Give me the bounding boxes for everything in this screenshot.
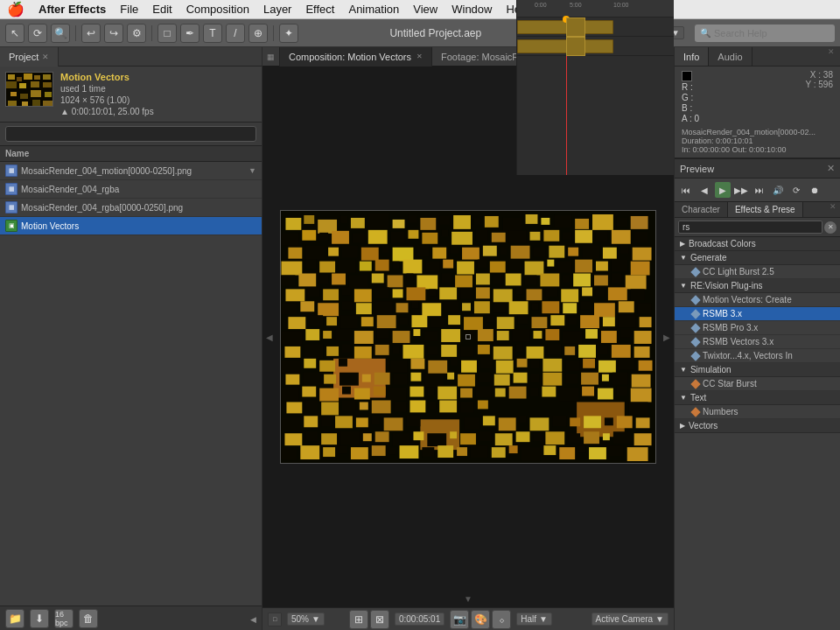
file-menu[interactable]: File bbox=[120, 3, 138, 16]
category-simulation[interactable]: ▼ Simulation bbox=[675, 363, 840, 377]
effect-twixtor[interactable]: Twixtor...4.x, Vectors In bbox=[675, 349, 840, 363]
effects-search-clear[interactable]: ✕ bbox=[824, 221, 836, 234]
svg-rect-87 bbox=[375, 260, 389, 271]
composition-canvas[interactable] bbox=[280, 210, 656, 464]
preview-first-btn[interactable]: ⏮ bbox=[678, 182, 694, 198]
effect-rsmb[interactable]: RSMB 3.x bbox=[675, 307, 840, 321]
footage-tab-close[interactable]: ✕ bbox=[602, 52, 608, 60]
effect-rsmb-vectors[interactable]: RSMB Vectors 3.x bbox=[675, 335, 840, 349]
toolbar-sep-1 bbox=[75, 25, 76, 41]
svg-rect-344 bbox=[603, 433, 610, 440]
effects-close[interactable]: ✕ bbox=[826, 202, 840, 217]
workspace-dropdown[interactable]: Standard ▼ bbox=[629, 26, 685, 39]
category-vectors[interactable]: ▶ Vectors bbox=[675, 419, 840, 433]
svg-rect-257 bbox=[374, 373, 390, 385]
tool-pin[interactable]: ✦ bbox=[279, 24, 298, 43]
tool-settings[interactable]: ⚙ bbox=[127, 24, 146, 43]
zoom-dropdown[interactable]: 50% ▼ bbox=[287, 612, 325, 626]
preview-rec-btn[interactable]: ⏺ bbox=[807, 182, 822, 198]
preview-play-btn[interactable]: ▶ bbox=[715, 182, 731, 198]
tool-undo[interactable]: ↩ bbox=[81, 24, 101, 43]
preview-last-btn[interactable]: ⏭ bbox=[752, 182, 767, 198]
effects-search-input[interactable] bbox=[678, 220, 822, 234]
delete-btn[interactable]: 🗑 bbox=[79, 609, 98, 628]
tool-rotate[interactable]: ⟳ bbox=[28, 24, 47, 43]
tool-text[interactable]: T bbox=[203, 24, 222, 43]
audio-tab[interactable]: Audio bbox=[709, 47, 752, 66]
project-search-input[interactable] bbox=[5, 126, 256, 142]
snapshot-btn[interactable]: 📷 bbox=[450, 610, 469, 629]
tool-rect[interactable]: □ bbox=[158, 24, 177, 43]
svg-rect-144 bbox=[561, 289, 578, 302]
collapse-btn-1[interactable]: ▼ bbox=[248, 166, 256, 175]
svg-rect-365 bbox=[589, 447, 606, 459]
layer-menu[interactable]: Layer bbox=[263, 3, 292, 16]
safe-zones-btn[interactable]: ⊠ bbox=[370, 610, 389, 629]
svg-rect-177 bbox=[411, 315, 427, 327]
footage-tab[interactable]: Footage: MosaicRender_004_moti... ✕ bbox=[432, 47, 618, 66]
time-dropdown[interactable]: 0:00:05:01 bbox=[395, 612, 444, 626]
file-item[interactable]: ▦ MosaicRender_004_motion[0000-0250].png… bbox=[0, 162, 262, 180]
canvas-left-arrow[interactable]: ◀ bbox=[266, 332, 273, 342]
bpc-btn[interactable]: 16 bpc bbox=[54, 609, 74, 628]
canvas-region-btn[interactable]: □ bbox=[268, 612, 282, 626]
file-item[interactable]: ▦ MosaicRender_004_rgba bbox=[0, 180, 262, 199]
tool-zoom[interactable]: 🔍 bbox=[51, 24, 70, 43]
category-generate[interactable]: ▼ Generate bbox=[675, 251, 840, 265]
svg-rect-48 bbox=[422, 233, 438, 244]
effect-numbers[interactable]: Numbers bbox=[675, 405, 840, 419]
effects-presets-tab[interactable]: Effects & Prese bbox=[728, 202, 803, 217]
new-folder-btn[interactable]: 📁 bbox=[5, 609, 24, 628]
search-help-input[interactable] bbox=[714, 28, 830, 38]
search-help-bar[interactable]: 🔍 bbox=[695, 24, 835, 42]
window-menu[interactable]: Window bbox=[452, 3, 492, 16]
animation-menu[interactable]: Animation bbox=[348, 3, 399, 16]
effect-motion-vectors[interactable]: Motion Vectors: Create bbox=[675, 293, 840, 307]
effect-cc-light-burst[interactable]: CC Light Burst 2.5 bbox=[675, 265, 840, 279]
tool-redo[interactable]: ↪ bbox=[104, 24, 123, 43]
file-item[interactable]: ▦ MosaicRender_004_rgba[0000-0250].png bbox=[0, 199, 262, 217]
project-tab-close[interactable]: ✕ bbox=[42, 52, 49, 61]
info-panel-close[interactable]: ✕ bbox=[822, 47, 840, 66]
tool-select[interactable]: ↖ bbox=[5, 24, 24, 43]
info-tab[interactable]: Info bbox=[675, 47, 709, 66]
help-menu[interactable]: Help bbox=[506, 3, 529, 16]
tool-pen[interactable]: ✒ bbox=[180, 24, 200, 43]
category-revision[interactable]: ▼ RE:Vision Plug-ins bbox=[675, 279, 840, 293]
transparency-btn[interactable]: ⬦ bbox=[492, 610, 511, 629]
preview-loop-btn[interactable]: ⟳ bbox=[788, 182, 804, 198]
preview-audio-btn[interactable]: 🔊 bbox=[770, 182, 786, 198]
file-item-selected[interactable]: ▣ Motion Vectors bbox=[0, 217, 262, 235]
tool-clone[interactable]: ⊕ bbox=[248, 24, 268, 43]
import-btn[interactable]: ⬇ bbox=[30, 609, 49, 628]
preview-next-btn[interactable]: ▶▶ bbox=[733, 182, 749, 198]
tool-brush[interactable]: / bbox=[226, 24, 245, 43]
composition-menu[interactable]: Composition bbox=[186, 3, 249, 16]
app-name[interactable]: After Effects bbox=[38, 3, 106, 16]
effect-menu[interactable]: Effect bbox=[305, 3, 334, 16]
canvas-bottom-arrow[interactable]: ▼ bbox=[464, 594, 472, 604]
project-tab[interactable]: Project ✕ bbox=[0, 47, 59, 66]
preview-prev-btn[interactable]: ◀ bbox=[696, 182, 712, 198]
canvas-right-arrow[interactable]: ▶ bbox=[663, 332, 670, 342]
color-btn[interactable]: 🎨 bbox=[471, 610, 490, 629]
apple-menu[interactable]: 🍎 bbox=[7, 1, 24, 18]
category-arrow: ▼ bbox=[680, 394, 687, 402]
view-dropdown[interactable]: Active Camera ▼ bbox=[592, 612, 668, 626]
grid-btn[interactable]: ⊞ bbox=[349, 610, 368, 629]
svg-rect-220 bbox=[427, 346, 438, 355]
comp-panel-menu[interactable]: ≡ bbox=[659, 52, 674, 61]
comp-tab-close[interactable]: ✕ bbox=[416, 52, 423, 60]
character-tab[interactable]: Character bbox=[675, 202, 728, 217]
category-broadcast[interactable]: ▶ Broadcast Colors bbox=[675, 237, 840, 251]
preview-close[interactable]: ✕ bbox=[827, 163, 835, 174]
view-menu[interactable]: View bbox=[413, 3, 438, 16]
resolution-dropdown[interactable]: Half ▼ bbox=[516, 612, 552, 626]
svg-rect-223 bbox=[478, 345, 490, 354]
effect-cc-star-burst[interactable]: CC Star Burst bbox=[675, 377, 840, 391]
composition-tab-active[interactable]: Composition: Motion Vectors ✕ bbox=[280, 47, 432, 66]
category-text[interactable]: ▼ Text bbox=[675, 391, 840, 405]
edit-menu[interactable]: Edit bbox=[152, 3, 172, 16]
panel-menu-btn[interactable]: ◀ bbox=[250, 613, 256, 624]
effect-rsmb-pro[interactable]: RSMB Pro 3.x bbox=[675, 321, 840, 335]
